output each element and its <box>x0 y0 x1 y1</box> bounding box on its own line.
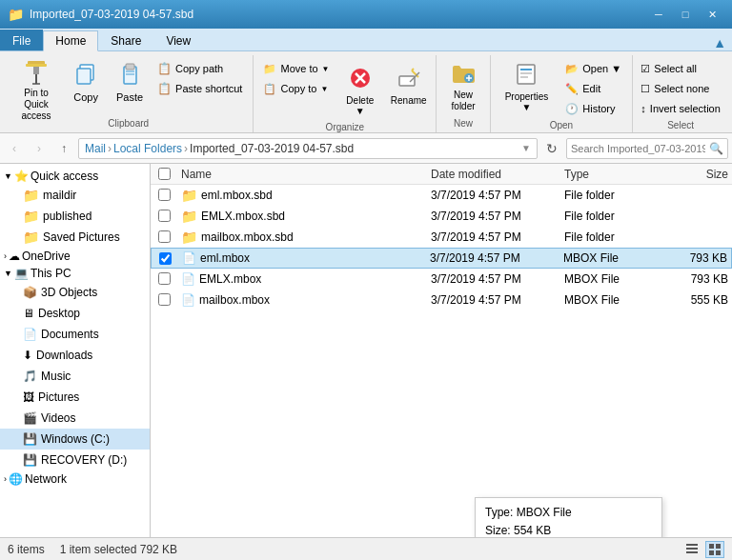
file-row-mailbox-mbox[interactable]: 📄 mailbox.mbox 3/7/2019 4:57 PM MBOX Fil… <box>151 290 732 310</box>
sidebar-item-maildir[interactable]: 📁 maildir <box>0 185 150 206</box>
breadcrumb-mail[interactable]: Mail <box>85 142 106 155</box>
svg-rect-7 <box>78 70 90 83</box>
ribbon-group-open: Properties ▼ 📂 Open ▼ ✏️ Edit 🕐 History … <box>491 55 633 132</box>
forward-button[interactable]: › <box>29 138 50 159</box>
file-row-eml-mbox-sbd[interactable]: 📁 eml.mbox.sbd 3/7/2019 4:57 PM File fol… <box>151 185 732 206</box>
copy-path-button[interactable]: 📋 Copy path <box>152 59 247 78</box>
file-type-4: MBOX File <box>559 251 664 265</box>
search-icon: 🔍 <box>709 142 723 155</box>
tab-file[interactable]: File <box>0 30 43 50</box>
tab-share[interactable]: Share <box>98 30 153 50</box>
ribbon-collapse-btn[interactable]: ▲ <box>707 35 732 50</box>
sidebar-item-recovery-d[interactable]: 💾 RECOVERY (D:) <box>0 450 150 470</box>
checkbox-emlx-mbox-sbd[interactable] <box>158 210 171 222</box>
new-folder-button[interactable]: Newfolder <box>441 55 485 116</box>
move-to-button[interactable]: 📁 Move to ▼ <box>258 59 334 78</box>
open-button[interactable]: 📂 Open ▼ <box>560 59 626 78</box>
sidebar-section-this-pc[interactable]: ▼ 💻 This PC <box>0 265 150 282</box>
delete-button[interactable]: Delete ▼ <box>336 59 385 120</box>
minimize-button[interactable]: ─ <box>646 5 671 24</box>
tooltip-type: Type: MBOX File <box>485 504 652 522</box>
network-label: Network <box>25 472 67 486</box>
breadcrumb-imported[interactable]: Imported_07-03-2019 04-57.sbd <box>190 142 354 155</box>
sidebar-section-onedrive[interactable]: › ☁ OneDrive <box>0 248 150 265</box>
svg-rect-28 <box>686 551 698 553</box>
back-button[interactable]: ‹ <box>4 138 25 159</box>
sidebar-section-quick-access[interactable]: ▼ ⭐ Quick access <box>0 168 150 185</box>
file-row-mailbox-mbox-sbd[interactable]: 📁 mailbox.mbox.sbd 3/7/2019 4:57 PM File… <box>151 227 732 248</box>
clipboard-content: Pin to Quickaccess Copy <box>10 55 247 116</box>
properties-button[interactable]: Properties ▼ <box>497 55 558 116</box>
main-content: ▼ ⭐ Quick access 📁 maildir 📁 published 📁… <box>0 164 732 537</box>
copy-button[interactable]: Copy <box>65 55 107 116</box>
tab-view[interactable]: View <box>153 30 203 50</box>
checkbox-mailbox-mbox[interactable] <box>158 293 171 306</box>
file-row-emlx-mbox-sbd[interactable]: 📁 EMLX.mbox.sbd 3/7/2019 4:57 PM File fo… <box>151 206 732 227</box>
sidebar-item-3d-objects[interactable]: 📦 3D Objects <box>0 282 150 303</box>
sidebar-item-music[interactable]: 🎵 Music <box>0 366 150 387</box>
tooltip-size: Size: 554 KB <box>485 522 652 537</box>
saved-pictures-label: Saved Pictures <box>43 230 120 244</box>
file-row-emlx-mbox[interactable]: 📄 EMLX.mbox 3/7/2019 4:57 PM MBOX File 7… <box>151 269 732 290</box>
search-input[interactable] <box>571 143 705 154</box>
rename-icon <box>394 63 424 93</box>
saved-pictures-icon: 📁 <box>23 230 39 245</box>
header-name[interactable]: Name <box>177 168 427 181</box>
open-content: Properties ▼ 📂 Open ▼ ✏️ Edit 🕐 History <box>497 55 626 118</box>
address-dropdown-arrow[interactable]: ▼ <box>521 143 531 153</box>
breadcrumb-local-folders[interactable]: Local Folders <box>113 142 182 155</box>
tab-home[interactable]: Home <box>43 30 98 51</box>
pin-quick-access-button[interactable]: Pin to Quickaccess <box>10 55 63 116</box>
history-button[interactable]: 🕐 History <box>560 99 626 118</box>
header-checkbox[interactable] <box>158 168 171 180</box>
maildir-icon: 📁 <box>23 188 39 203</box>
sidebar-item-videos[interactable]: 🎬 Videos <box>0 408 150 429</box>
videos-icon: 🎬 <box>23 411 37 425</box>
paste-button[interactable]: Paste <box>109 55 151 116</box>
invert-selection-button[interactable]: ↕ Invert selection <box>636 99 724 118</box>
maximize-button[interactable]: □ <box>673 5 698 24</box>
sidebar-item-saved-pictures[interactable]: 📁 Saved Pictures <box>0 227 150 248</box>
clipboard-small-col: 📋 Copy path 📋 Paste shortcut <box>152 59 247 98</box>
onedrive-collapse-icon: › <box>4 251 7 261</box>
tab-bar: File Home Share View ▲ <box>0 29 732 51</box>
open-icon: 📂 <box>565 63 579 75</box>
header-size[interactable]: Size <box>665 168 732 181</box>
file-name-emlx-mbox-sbd: 📁 EMLX.mbox.sbd <box>177 209 427 224</box>
header-type[interactable]: Type <box>560 168 665 181</box>
large-icons-view-button[interactable] <box>705 541 724 558</box>
select-all-button[interactable]: ☑ Select all <box>636 59 724 78</box>
paste-shortcut-button[interactable]: 📋 Paste shortcut <box>152 79 247 98</box>
select-none-button[interactable]: ☐ Select none <box>636 79 724 98</box>
edit-button[interactable]: ✏️ Edit <box>560 79 626 98</box>
refresh-button[interactable]: ↻ <box>541 138 562 159</box>
new-label: New <box>454 116 473 129</box>
folder-icon-1: 📁 <box>181 188 197 203</box>
file-name-eml-mbox-sbd: 📁 eml.mbox.sbd <box>177 188 427 203</box>
up-button[interactable]: ↑ <box>53 138 74 159</box>
sidebar-item-downloads[interactable]: ⬇ Downloads <box>0 345 150 366</box>
file-name-emlx-mbox: 📄 EMLX.mbox <box>177 272 427 286</box>
checkbox-eml-mbox-sbd[interactable] <box>158 189 171 201</box>
downloads-label: Downloads <box>36 349 92 362</box>
details-view-button[interactable] <box>682 541 702 558</box>
sidebar-item-documents[interactable]: 📄 Documents <box>0 324 150 345</box>
svg-rect-4 <box>26 64 47 67</box>
history-label: History <box>582 103 615 114</box>
sidebar-item-published[interactable]: 📁 published <box>0 206 150 227</box>
close-button[interactable]: ✕ <box>700 5 724 24</box>
sidebar-item-pictures[interactable]: 🖼 Pictures <box>0 387 150 408</box>
copy-to-button[interactable]: 📋 Copy to ▼ <box>258 79 334 98</box>
documents-icon: 📄 <box>23 328 37 341</box>
rename-button[interactable]: Rename <box>386 59 431 120</box>
header-date[interactable]: Date modified <box>427 168 560 181</box>
sidebar-item-desktop[interactable]: 🖥 Desktop <box>0 303 150 324</box>
checkbox-mailbox-mbox-sbd[interactable] <box>158 230 171 243</box>
file-row-eml-mbox[interactable]: 📄 eml.mbox 3/7/2019 4:57 PM MBOX File 79… <box>151 248 732 269</box>
address-path[interactable]: Mail › Local Folders › Imported_07-03-20… <box>78 138 538 159</box>
status-bar: 6 items 1 item selected 792 KB <box>0 537 732 560</box>
sidebar-item-windows-c[interactable]: 💾 Windows (C:) <box>0 429 150 450</box>
checkbox-emlx-mbox[interactable] <box>158 272 171 285</box>
sidebar-section-network[interactable]: › 🌐 Network <box>0 470 150 488</box>
checkbox-eml-mbox[interactable] <box>159 252 172 265</box>
